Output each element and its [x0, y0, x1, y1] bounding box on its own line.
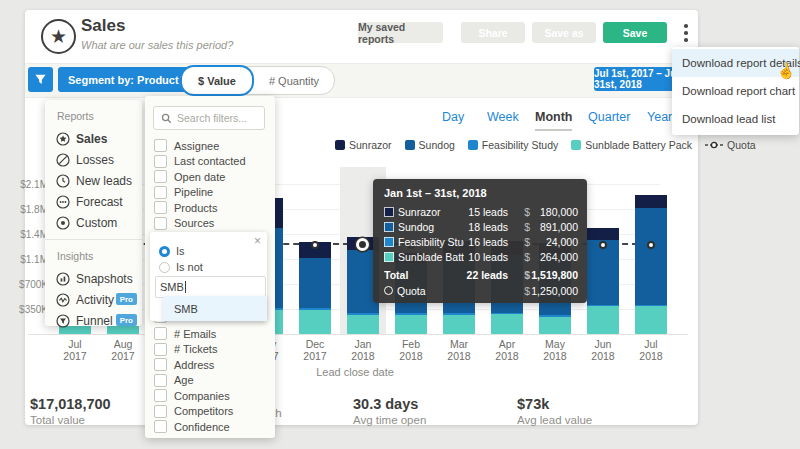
legend-item[interactable]: Sunrazor	[335, 139, 392, 151]
bar-segment-feasibility-study[interactable]	[587, 305, 619, 306]
bar-segment-sunblade-battery-pack[interactable]	[491, 314, 523, 334]
tab-quarter[interactable]: Quarter	[588, 110, 630, 129]
tooltip-currency: $	[508, 221, 530, 233]
y-axis-label: $700K	[16, 279, 48, 290]
quota-circle-icon	[384, 286, 393, 295]
filter-checkbox-age[interactable]: Age	[154, 374, 194, 387]
star-icon	[56, 132, 70, 146]
sidebar-item-activity[interactable]: ActivityPro	[45, 289, 142, 310]
tab-year[interactable]: Year	[647, 110, 672, 129]
sidebar-item-losses[interactable]: Losses	[45, 149, 142, 170]
checkbox-icon	[154, 327, 167, 340]
x-axis-label: Mar2018	[435, 338, 483, 362]
tooltip-swatch	[384, 222, 394, 232]
filter-checkbox-last-contacted[interactable]: Last contacted	[154, 155, 246, 168]
bar-segment-sunblade-battery-pack[interactable]	[395, 315, 427, 334]
is-not-radio[interactable]: Is not	[159, 261, 203, 273]
filter-checkbox-competitors[interactable]: Competitors	[154, 405, 233, 418]
tag-suggestion-item[interactable]: SMB	[163, 296, 267, 321]
download-menu: Download report detailsDownload report c…	[672, 47, 799, 135]
filter-label: Last contacted	[174, 155, 246, 167]
chart-icon	[56, 272, 70, 286]
quantity-toggle-button[interactable]: # Quantity	[254, 75, 334, 87]
tooltip-leads: 16 leads	[464, 236, 508, 248]
insights-title: Insights	[45, 240, 142, 268]
bar-segment-feasibility-study[interactable]	[299, 308, 331, 310]
x-axis-label: Aug2017	[99, 338, 147, 362]
bar-segment-sundog[interactable]	[299, 258, 331, 308]
filter-checkbox--tickets[interactable]: # Tickets	[154, 343, 217, 356]
bar-segment-sunblade-battery-pack[interactable]	[587, 305, 619, 334]
filter-checkbox-confidence[interactable]: Confidence	[154, 420, 230, 433]
legend-swatch	[468, 140, 478, 150]
filter-label: # Tickets	[174, 343, 217, 355]
segment-by-label: Segment by: Product	[68, 74, 179, 86]
checkbox-icon	[154, 170, 167, 183]
tab-month[interactable]: Month	[535, 110, 572, 131]
is-radio[interactable]: Is	[159, 245, 185, 257]
close-icon[interactable]: ×	[254, 234, 261, 248]
sidebar-item-sales[interactable]: Sales	[45, 128, 142, 149]
bar-segment-sunblade-battery-pack[interactable]	[299, 310, 331, 334]
kebab-menu-icon[interactable]	[681, 24, 691, 42]
bar-segment-sundog[interactable]	[587, 240, 619, 304]
tooltip-currency: $	[508, 251, 530, 263]
bar-segment-sundog[interactable]	[635, 208, 667, 305]
sidebar-item-snapshots[interactable]: Snapshots	[45, 268, 142, 289]
filter-checkbox-address[interactable]: Address	[154, 358, 214, 371]
tab-day[interactable]: Day	[442, 110, 464, 129]
tooltip-leads: 18 leads	[464, 221, 508, 233]
legend-item[interactable]: Feasibility Study	[468, 139, 558, 151]
menu-item-download-lead-list[interactable]: Download lead list	[672, 105, 799, 133]
filter-label: Competitors	[174, 405, 233, 417]
bar-segment-feasibility-study[interactable]	[443, 313, 475, 315]
sidebar-item-label: Sales	[76, 132, 107, 146]
search-placeholder: Search filters...	[177, 112, 247, 124]
bar-segment-sunblade-battery-pack[interactable]	[347, 315, 379, 334]
star-icon: ★	[41, 19, 76, 54]
filter-checkbox-open-date[interactable]: Open date	[154, 170, 225, 183]
filter-toggle-button[interactable]	[28, 67, 53, 92]
bar-segment-sunblade-battery-pack[interactable]	[635, 305, 667, 334]
save-as-button[interactable]: Save as	[532, 22, 596, 43]
sidebar-item-forecast[interactable]: Forecast	[45, 191, 142, 212]
filter-checkbox-products[interactable]: Products	[154, 201, 217, 214]
tooltip-value: 180,000	[530, 206, 578, 218]
tooltip-series-name: Sunblade Battery Pack	[398, 251, 464, 263]
filter-checkbox-pipeline[interactable]: Pipeline	[154, 186, 213, 199]
filter-checkbox--emails[interactable]: # Emails	[154, 327, 216, 340]
value-toggle-button[interactable]: $ Value	[180, 65, 254, 96]
bar-segment-feasibility-study[interactable]	[539, 315, 571, 317]
filter-checkbox-assignee[interactable]: Assignee	[154, 139, 219, 152]
tooltip-total-label: Total	[384, 269, 464, 281]
sidebar-item-custom[interactable]: Custom	[45, 212, 142, 233]
funnel-icon	[34, 73, 47, 86]
reports-panel: Reports SalesLossesNew leadsForecastCust…	[45, 100, 142, 326]
tab-week[interactable]: Week	[487, 110, 519, 129]
target-icon	[56, 216, 70, 230]
bar-segment-sunblade-battery-pack[interactable]	[443, 315, 475, 334]
bar-segment-feasibility-study[interactable]	[347, 313, 379, 315]
bar-segment-feasibility-study[interactable]	[395, 313, 427, 314]
filter-label: Sources	[174, 217, 214, 229]
sidebar-item-label: Losses	[76, 153, 114, 167]
tooltip-currency: $	[508, 269, 530, 281]
search-filters-input[interactable]: Search filters...	[153, 106, 265, 130]
sidebar-item-new-leads[interactable]: New leads	[45, 170, 142, 191]
sidebar-item-funnel[interactable]: FunnelPro	[45, 310, 142, 331]
bar-segment-sunrazor[interactable]	[587, 228, 619, 240]
my-saved-reports-button[interactable]: My saved reports	[358, 22, 443, 43]
filter-checkbox-companies[interactable]: Companies	[154, 389, 230, 402]
save-button[interactable]: Save	[603, 22, 667, 43]
bar-segment-sunrazor[interactable]	[635, 195, 667, 208]
share-button[interactable]: Share	[461, 22, 525, 43]
bar-segment-sunblade-battery-pack[interactable]	[539, 317, 571, 334]
legend-item-quota[interactable]: Quota	[705, 139, 756, 151]
tag-value-input[interactable]: SMB	[155, 276, 266, 298]
bar-segment-feasibility-study[interactable]	[635, 305, 667, 306]
legend-item[interactable]: Sunblade Battery Pack	[571, 139, 692, 151]
legend-item[interactable]: Sundog	[405, 139, 455, 151]
filter-checkbox-sources[interactable]: Sources	[154, 217, 214, 230]
bar-segment-feasibility-study[interactable]	[491, 313, 523, 315]
tooltip-series-name: Sundog	[398, 221, 464, 233]
